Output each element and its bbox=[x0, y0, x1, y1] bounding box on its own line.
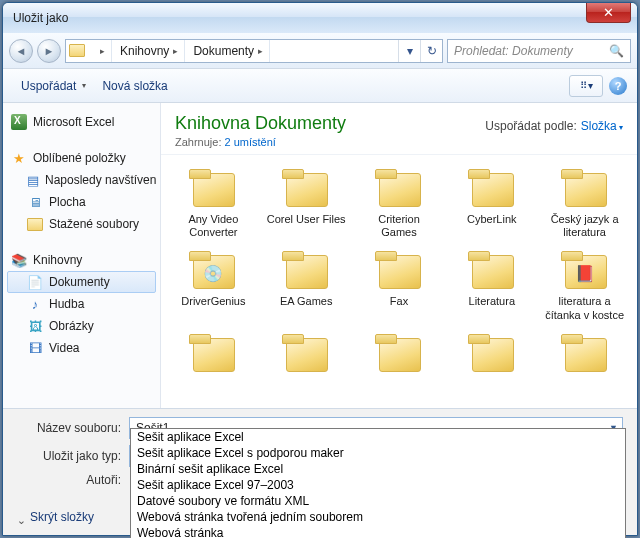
folder-item[interactable]: Corel User Files bbox=[260, 165, 353, 243]
view-options-button[interactable]: ⠿ ▾ bbox=[569, 75, 603, 97]
organize-button[interactable]: Uspořádat bbox=[13, 75, 94, 97]
folder-item[interactable]: Fax bbox=[353, 247, 446, 325]
grid-icon: ⠿ ▾ bbox=[580, 80, 592, 91]
breadcrumb-documents[interactable]: Dokumenty▸ bbox=[185, 40, 270, 62]
folder-item[interactable] bbox=[353, 330, 446, 382]
desktop-icon: 🖥 bbox=[27, 194, 43, 210]
back-button[interactable]: ◄ bbox=[9, 39, 33, 63]
sidebar-item-documents[interactable]: 📄Dokumenty bbox=[7, 271, 156, 293]
sidebar-excel[interactable]: Microsoft Excel bbox=[7, 111, 156, 133]
filetype-option[interactable]: Sešit aplikace Excel bbox=[131, 429, 625, 445]
forward-button[interactable]: ► bbox=[37, 39, 61, 63]
folder-icon bbox=[282, 334, 330, 374]
location-icon bbox=[66, 44, 88, 57]
sidebar-favorites[interactable]: ★Oblíbené položky bbox=[7, 147, 156, 169]
help-button[interactable]: ? bbox=[609, 77, 627, 95]
close-icon: ✕ bbox=[603, 5, 614, 20]
new-folder-button[interactable]: Nová složka bbox=[94, 75, 175, 97]
folder-icon bbox=[468, 169, 516, 209]
close-button[interactable]: ✕ bbox=[586, 3, 631, 23]
titlebar: Uložit jako ✕ bbox=[3, 3, 637, 33]
folder-icon bbox=[282, 169, 330, 209]
folder-item[interactable]: EA Games bbox=[260, 247, 353, 325]
folder-item[interactable]: 💿DriverGenius bbox=[167, 247, 260, 325]
arrange-by: Uspořádat podle: Složka bbox=[485, 119, 623, 133]
folder-icon bbox=[189, 334, 237, 374]
folder-item[interactable] bbox=[445, 330, 538, 382]
sidebar-item-desktop[interactable]: 🖥Plocha bbox=[7, 191, 156, 213]
address-dropdown-button[interactable]: ▾ bbox=[398, 40, 420, 62]
folder-item[interactable] bbox=[260, 330, 353, 382]
videos-icon: 🎞 bbox=[27, 340, 43, 356]
sidebar-libraries[interactable]: 📚Knihovny bbox=[7, 249, 156, 271]
folder-label: literatura a čítanka v kostce bbox=[545, 295, 625, 321]
folder-item[interactable]: Literatura bbox=[445, 247, 538, 325]
folder-icon bbox=[561, 169, 609, 209]
search-placeholder: Prohledat: Dokumenty bbox=[454, 44, 573, 58]
file-grid[interactable]: Any Video ConverterCorel User FilesCrite… bbox=[161, 155, 637, 408]
search-input[interactable]: Prohledat: Dokumenty 🔍 bbox=[447, 39, 631, 63]
folder-icon bbox=[282, 251, 330, 291]
recent-icon: ▤ bbox=[27, 172, 39, 188]
folder-label: Fax bbox=[390, 295, 408, 308]
filetype-option[interactable]: Sešit aplikace Excel 97–2003 bbox=[131, 477, 625, 493]
folder-icon bbox=[375, 334, 423, 374]
folder-label: Any Video Converter bbox=[173, 213, 253, 239]
folder-item[interactable]: CyberLink bbox=[445, 165, 538, 243]
folder-item[interactable] bbox=[167, 330, 260, 382]
search-icon: 🔍 bbox=[609, 44, 624, 58]
filename-label: Název souboru: bbox=[17, 421, 129, 435]
folder-label: Český jazyk a literatura bbox=[545, 213, 625, 239]
breadcrumb-libraries[interactable]: Knihovny▸ bbox=[112, 40, 185, 62]
folder-icon bbox=[375, 169, 423, 209]
sidebar-item-downloads[interactable]: Stažené soubory bbox=[7, 213, 156, 235]
star-icon: ★ bbox=[11, 150, 27, 166]
folder-label: EA Games bbox=[280, 295, 333, 308]
authors-label: Autoři: bbox=[17, 473, 129, 487]
library-title: Knihovna Dokumenty bbox=[175, 113, 485, 134]
folder-icon bbox=[468, 334, 516, 374]
folder-icon: 💿 bbox=[189, 251, 237, 291]
folder-icon: 📕 bbox=[561, 251, 609, 291]
folder-icon bbox=[561, 334, 609, 374]
pictures-icon: 🖼 bbox=[27, 318, 43, 334]
folder-item[interactable]: Any Video Converter bbox=[167, 165, 260, 243]
navigation-bar: ◄ ► ▸ Knihovny▸ Dokumenty▸ ▾ ↻ Prohledat… bbox=[3, 33, 637, 69]
filetype-option[interactable]: Datové soubory ve formátu XML bbox=[131, 493, 625, 509]
toolbar: Uspořádat Nová složka ⠿ ▾ ? bbox=[3, 69, 637, 103]
library-icon: 📚 bbox=[11, 252, 27, 268]
hide-folders-button[interactable]: Skrýt složky bbox=[17, 510, 94, 524]
locations-link[interactable]: 2 umístění bbox=[225, 136, 276, 148]
content-pane: Knihovna Dokumenty Zahrnuje: 2 umístění … bbox=[161, 103, 637, 408]
dialog-body: Microsoft Excel ★Oblíbené položky ▤Napos… bbox=[3, 103, 637, 409]
music-icon: ♪ bbox=[27, 296, 43, 312]
sidebar-item-videos[interactable]: 🎞Videa bbox=[7, 337, 156, 359]
sidebar-item-recent[interactable]: ▤Naposledy navštívené bbox=[7, 169, 156, 191]
refresh-button[interactable]: ↻ bbox=[420, 40, 442, 62]
sidebar-item-music[interactable]: ♪Hudba bbox=[7, 293, 156, 315]
sidebar: Microsoft Excel ★Oblíbené položky ▤Napos… bbox=[3, 103, 161, 408]
filetype-option[interactable]: Webová stránka bbox=[131, 525, 625, 538]
filetype-label: Uložit jako typ: bbox=[17, 449, 129, 463]
breadcrumb-root[interactable]: ▸ bbox=[88, 40, 112, 62]
folder-item[interactable]: 📕literatura a čítanka v kostce bbox=[538, 247, 631, 325]
folder-label: Corel User Files bbox=[267, 213, 346, 226]
folder-icon bbox=[468, 251, 516, 291]
folder-item[interactable]: Český jazyk a literatura bbox=[538, 165, 631, 243]
folder-label: DriverGenius bbox=[181, 295, 245, 308]
filetype-option[interactable]: Binární sešit aplikace Excel bbox=[131, 461, 625, 477]
filetype-options-list[interactable]: Sešit aplikace ExcelSešit aplikace Excel… bbox=[130, 428, 626, 538]
folder-label: Criterion Games bbox=[359, 213, 439, 239]
library-subtitle: Zahrnuje: 2 umístění bbox=[175, 136, 485, 148]
save-as-dialog: Uložit jako ✕ ◄ ► ▸ Knihovny▸ Dokumenty▸… bbox=[2, 2, 638, 536]
folder-icon bbox=[375, 251, 423, 291]
address-bar[interactable]: ▸ Knihovny▸ Dokumenty▸ ▾ ↻ bbox=[65, 39, 443, 63]
documents-icon: 📄 bbox=[27, 274, 43, 290]
folder-item[interactable] bbox=[538, 330, 631, 382]
downloads-icon bbox=[27, 216, 43, 232]
sidebar-item-pictures[interactable]: 🖼Obrázky bbox=[7, 315, 156, 337]
filetype-option[interactable]: Sešit aplikace Excel s podporou maker bbox=[131, 445, 625, 461]
arrange-by-dropdown[interactable]: Složka bbox=[581, 119, 623, 133]
folder-item[interactable]: Criterion Games bbox=[353, 165, 446, 243]
filetype-option[interactable]: Webová stránka tvořená jedním souborem bbox=[131, 509, 625, 525]
